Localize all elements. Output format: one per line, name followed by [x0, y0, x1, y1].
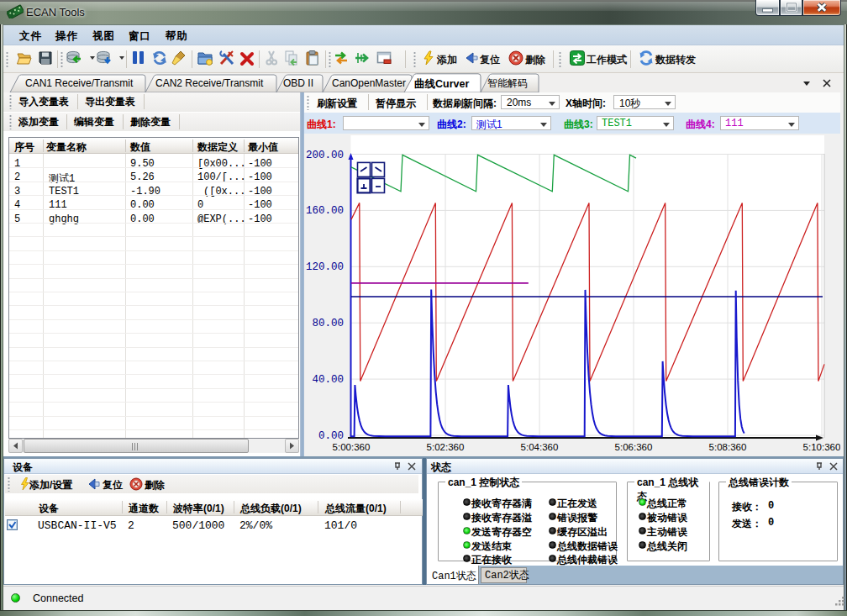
- svg-text:5:02:360: 5:02:360: [427, 442, 465, 452]
- svg-text:40.00: 40.00: [312, 374, 344, 386]
- svg-text:智能解码: 智能解码: [487, 77, 528, 89]
- svg-text:CanOpenMaster: CanOpenMaster: [332, 77, 406, 89]
- svg-text:80.00: 80.00: [312, 318, 344, 329]
- svg-text:120.00: 120.00: [306, 261, 344, 273]
- svg-text:5:04:360: 5:04:360: [521, 442, 559, 452]
- svg-text:OBD II: OBD II: [283, 77, 313, 89]
- svg-text:曲线Curver: 曲线Curver: [414, 78, 469, 90]
- svg-text:5:00:360: 5:00:360: [333, 442, 371, 452]
- svg-text:160.00: 160.00: [306, 205, 344, 217]
- svg-text:CAN2 Receive/Transmit: CAN2 Receive/Transmit: [155, 77, 264, 89]
- svg-text:5:08:360: 5:08:360: [709, 442, 747, 452]
- svg-text:CAN1 Receive/Transmit: CAN1 Receive/Transmit: [25, 77, 134, 89]
- svg-text:200.00: 200.00: [306, 150, 344, 161]
- svg-text:0.00: 0.00: [318, 430, 344, 442]
- svg-text:5:10:360: 5:10:360: [803, 442, 840, 452]
- svg-text:5:06:360: 5:06:360: [615, 442, 653, 452]
